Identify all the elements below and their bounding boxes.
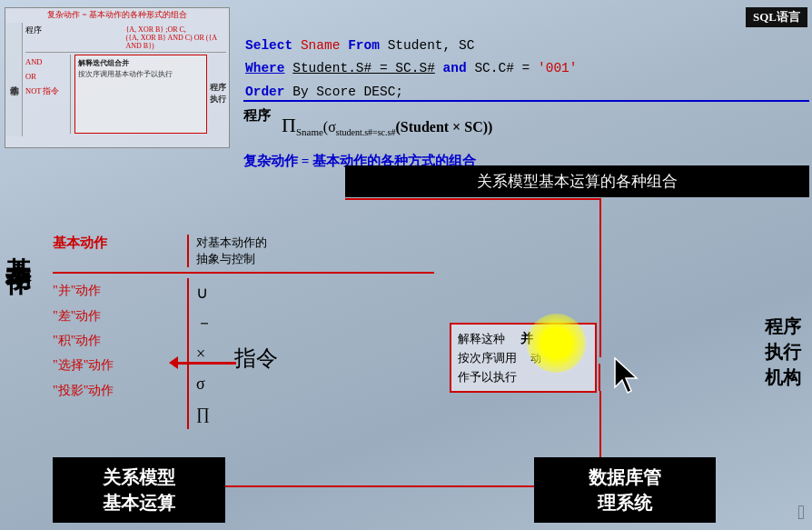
- sql-and-keyword: and: [443, 61, 467, 75]
- table-header-col2: 对基本动作的抽象与控制: [196, 235, 267, 267]
- diagram-prog-label: 程序 执行: [210, 55, 226, 134]
- diagram-header-col1: 程序: [25, 25, 126, 50]
- diagram-divider: [70, 55, 71, 134]
- sql-line1: Select Sname From Student, SC: [245, 35, 807, 57]
- formula-body: (Student × SC)): [395, 119, 492, 135]
- sql-where-keyword: Where: [245, 61, 285, 75]
- sql-tables: Student, SC: [388, 38, 475, 53]
- guanxi-header-box: 关系模型基本运算的各种组合: [345, 165, 809, 197]
- table-header-divider: [187, 235, 189, 267]
- table-header-area: 基本动作 对基本动作的抽象与控制 "并"动作 "差"动作 "积"动作 "选择"动…: [53, 235, 434, 429]
- hline-guanxi: [345, 198, 601, 200]
- list-item: ∪: [196, 278, 242, 308]
- chengxu-label-text: 程序: [243, 108, 271, 123]
- diagram-right-box: 解释迭代组合并 按次序调用基本动作予以执行: [74, 55, 207, 134]
- top-diagram-box: 复杂动作 = 基本动作的各种形式的组合 基本动作 程序 {A, XOR B} ;…: [5, 7, 230, 148]
- list-item: "投影"动作: [53, 378, 180, 403]
- table-body-divider: [187, 278, 189, 429]
- explain-text: 解释这种: [458, 333, 505, 345]
- sql-sname: Sname: [301, 38, 341, 53]
- explain-line3: 作予以执行: [458, 371, 517, 384]
- sql-badge-text: SQL语言: [753, 10, 800, 24]
- diagram-left-label: 基本动作: [5, 23, 23, 136]
- chengxu-right-1: 程序: [765, 314, 801, 339]
- list-item: "差"动作: [53, 304, 180, 328]
- sql-sc-c: SC.C# =: [474, 61, 538, 75]
- vline-mid-explain: [599, 364, 600, 391]
- chengxu-label: 程序: [243, 107, 271, 125]
- diagram-header-col2: {A, XOR B} ;OR C, ({A, XOR B} AND C) OR …: [126, 25, 227, 50]
- diagram-body-col1: AND OR NOT 指令: [25, 55, 66, 134]
- sql-where-body: Student.S# = SC.S#: [292, 61, 435, 75]
- sql-order-body: By Score DESC;: [292, 85, 403, 99]
- formula-sname-sub: Sname: [296, 126, 323, 137]
- list-item: "积"动作: [53, 328, 180, 353]
- apple-logo: : [797, 501, 805, 525]
- shujuku-bottom-box: 数据库管理系统: [534, 457, 716, 523]
- diagram-title: 复杂动作 = 基本动作的各种形式的组合: [5, 8, 229, 23]
- blue-divider-line: [243, 100, 809, 102]
- chengxu-right-label: 程序 执行 机构: [765, 314, 801, 390]
- zhiling-label: 指令: [234, 344, 278, 373]
- arrow-left-line: [177, 362, 236, 365]
- jibendzuojiao-label: 基本动作: [5, 236, 30, 255]
- formula-pi: Π: [282, 114, 296, 136]
- diagram-title-text: 复杂动作 = 基本动作的各种形式的组合: [47, 10, 187, 19]
- mouse-cursor: [611, 355, 646, 399]
- sql-language-badge: SQL语言: [746, 7, 807, 27]
- list-item: "并"动作: [53, 278, 180, 303]
- list-item: －: [196, 308, 242, 338]
- col1-header-text: 程序: [25, 25, 42, 35]
- table-header-row: 基本动作 对基本动作的抽象与控制: [53, 235, 434, 274]
- sql-line2: Where Student.S# = SC.S# and SC.C# = '00…: [245, 57, 807, 80]
- table-header-col1: 基本动作: [53, 235, 180, 267]
- table-col1-header-text: 基本动作: [53, 235, 107, 250]
- list-item: σ: [196, 369, 242, 399]
- sql-value-001: '001': [538, 61, 578, 75]
- guanxi-header-text: 关系模型基本运算的各种组合: [477, 173, 678, 190]
- sql-from-keyword: From: [348, 38, 380, 53]
- jibendongzuo-text: 基本动作: [4, 236, 32, 255]
- yellow-circle: [527, 314, 586, 373]
- vline-right: [599, 198, 601, 357]
- formula-sigma: (σ: [323, 119, 336, 135]
- diagram-header-row: 程序 {A, XOR B} ;OR C, ({A, XOR B} AND C) …: [25, 25, 226, 53]
- list-item: "选择"动作: [53, 353, 180, 377]
- zhiling-text: 指令: [234, 346, 278, 370]
- formula-sigma-sub: student.s#=sc.s#: [336, 127, 396, 137]
- table-body-col1: "并"动作 "差"动作 "积"动作 "选择"动作 "投影"动作: [53, 278, 180, 429]
- bottom-hline: [225, 485, 534, 487]
- sql-query-area: Select Sname From Student, SC Where Stud…: [245, 35, 807, 104]
- sql-order-keyword: Order: [245, 85, 285, 99]
- diagram-right-box-title: 解释迭代组合并: [78, 58, 203, 68]
- diagram-right-box-body: 按次序调用基本动作予以执行: [78, 70, 203, 80]
- formula-area: ΠSname(σstudent.s#=sc.s#(Student × SC)): [282, 114, 807, 137]
- arrow-left-head: [169, 356, 178, 369]
- chengxu-right-3: 机构: [765, 365, 801, 390]
- explain-line2: 按次序调用: [458, 352, 517, 365]
- sql-select-keyword: Select: [245, 38, 292, 53]
- list-item: ∏: [196, 399, 242, 429]
- guanxi-bottom-left-box: 关系模型基本运算: [53, 457, 225, 523]
- svg-marker-0: [615, 358, 637, 393]
- diagram-body: AND OR NOT 指令 解释迭代组合并 按次序调用基本动作予以执行 程序 执…: [25, 55, 226, 134]
- chengxu-right-2: 执行: [765, 339, 801, 365]
